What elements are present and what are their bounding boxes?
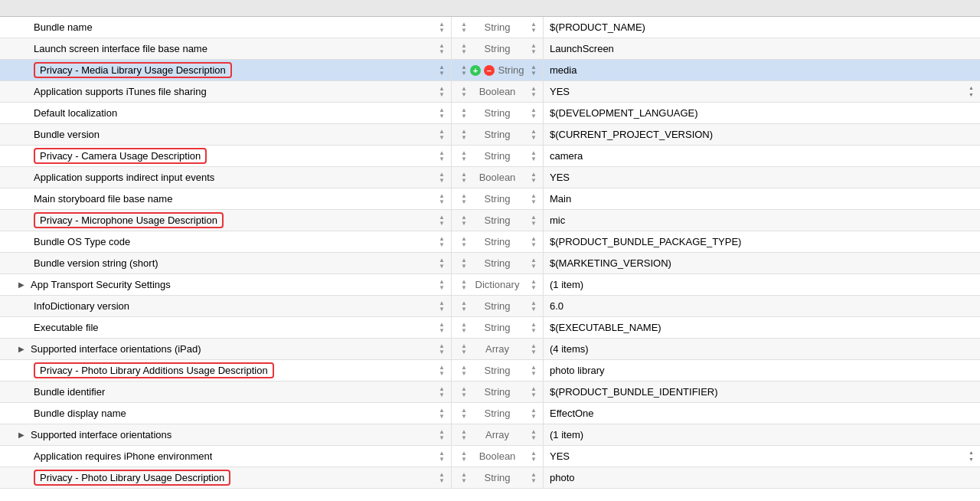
type-sort-stepper[interactable]: ▲▼ [461, 193, 467, 205]
table-row[interactable]: Bundle version string (short)▲▼▲▼String▲… [0, 253, 980, 274]
type-value-stepper[interactable]: ▲▼ [531, 386, 537, 398]
table-row[interactable]: Application requires iPhone environment▲… [0, 446, 980, 467]
key-stepper[interactable]: ▲▼ [439, 279, 445, 291]
type-sort-stepper[interactable]: ▲▼ [461, 279, 467, 291]
type-sort-stepper[interactable]: ▲▼ [461, 172, 467, 184]
type-value-stepper[interactable]: ▲▼ [531, 322, 537, 334]
key-stepper[interactable]: ▲▼ [439, 150, 445, 162]
key-stepper[interactable]: ▲▼ [439, 236, 445, 248]
type-value-stepper[interactable]: ▲▼ [531, 408, 537, 420]
type-sort-stepper[interactable]: ▲▼ [461, 86, 467, 98]
type-value-stepper[interactable]: ▲▼ [531, 150, 537, 162]
type-sort-stepper[interactable]: ▲▼ [461, 43, 467, 55]
value-cell: camera [544, 146, 980, 166]
key-stepper[interactable]: ▲▼ [439, 107, 445, 120]
type-sort-stepper[interactable]: ▲▼ [461, 214, 467, 227]
type-sort-stepper[interactable]: ▲▼ [461, 21, 467, 34]
table-row[interactable]: Privacy - Microphone Usage Description▲▼… [0, 210, 980, 231]
type-value-stepper[interactable]: ▲▼ [531, 43, 537, 55]
type-value-stepper[interactable]: ▲▼ [531, 172, 537, 184]
type-sort-stepper[interactable]: ▲▼ [461, 129, 467, 141]
type-value-stepper[interactable]: ▲▼ [531, 21, 537, 34]
key-stepper[interactable]: ▲▼ [439, 386, 445, 398]
type-sort-stepper[interactable]: ▲▼ [461, 429, 467, 441]
table-row[interactable]: Launch screen interface file base name▲▼… [0, 38, 980, 60]
type-value-stepper[interactable]: ▲▼ [531, 365, 537, 377]
key-stepper[interactable]: ▲▼ [439, 300, 445, 313]
type-value-stepper[interactable]: ▲▼ [531, 343, 537, 355]
table-row[interactable]: InfoDictionary version▲▼▲▼String▲▼6.0 [0, 296, 980, 317]
type-value-stepper[interactable]: ▲▼ [531, 450, 537, 463]
type-sort-stepper[interactable]: ▲▼ [461, 300, 467, 313]
table-row[interactable]: Main storyboard file base name▲▼▲▼String… [0, 188, 980, 210]
type-value-stepper[interactable]: ▲▼ [531, 107, 537, 120]
type-sort-stepper[interactable]: ▲▼ [461, 472, 467, 484]
key-stepper[interactable]: ▲▼ [439, 472, 445, 484]
type-sort-stepper[interactable]: ▲▼ [461, 386, 467, 398]
table-row[interactable]: Application supports indirect input even… [0, 167, 980, 188]
table-row[interactable]: Bundle OS Type code▲▼▲▼String▲▼$(PRODUCT… [0, 231, 980, 253]
table-row[interactable]: Privacy - Photo Library Usage Descriptio… [0, 467, 980, 489]
chevron-icon[interactable]: ▶ [18, 345, 24, 353]
table-row[interactable]: Executable file▲▼▲▼String▲▼$(EXECUTABLE_… [0, 317, 980, 339]
key-stepper[interactable]: ▲▼ [439, 129, 445, 141]
table-row[interactable]: Privacy - Media Library Usage Descriptio… [0, 60, 980, 81]
type-value-stepper[interactable]: ▲▼ [531, 429, 537, 441]
key-stepper[interactable]: ▲▼ [439, 429, 445, 441]
key-stepper[interactable]: ▲▼ [439, 86, 445, 98]
type-sort-stepper[interactable]: ▲▼ [461, 450, 467, 463]
chevron-icon[interactable]: ▶ [18, 280, 24, 289]
key-stepper[interactable]: ▲▼ [439, 365, 445, 377]
type-sort-stepper[interactable]: ▲▼ [461, 150, 467, 162]
type-value-stepper[interactable]: ▲▼ [531, 129, 537, 141]
value-boolean-stepper[interactable]: ▲▼ [969, 85, 974, 98]
key-stepper[interactable]: ▲▼ [439, 408, 445, 420]
table-row[interactable]: Privacy - Camera Usage Description▲▼▲▼St… [0, 146, 980, 167]
key-stepper[interactable]: ▲▼ [439, 43, 445, 55]
remove-row-button[interactable]: – [484, 65, 495, 76]
key-stepper[interactable]: ▲▼ [439, 21, 445, 34]
value-text: $(CURRENT_PROJECT_VERSION) [550, 129, 713, 140]
chevron-icon[interactable]: ▶ [18, 431, 24, 439]
type-value-stepper[interactable]: ▲▼ [531, 193, 537, 205]
type-sort-stepper[interactable]: ▲▼ [461, 107, 467, 120]
value-boolean-stepper[interactable]: ▲▼ [969, 450, 974, 463]
type-value-stepper[interactable]: ▲▼ [531, 300, 537, 313]
key-stepper[interactable]: ▲▼ [439, 257, 445, 270]
add-row-button[interactable]: + [470, 65, 481, 76]
table-row[interactable]: Privacy - Photo Library Additions Usage … [0, 360, 980, 381]
table-row[interactable]: Bundle display name▲▼▲▼String▲▼EffectOne [0, 403, 980, 424]
value-text: (1 item) [550, 429, 583, 440]
table-row[interactable]: ▶App Transport Security Settings▲▼▲▼Dict… [0, 274, 980, 296]
key-stepper[interactable]: ▲▼ [439, 193, 445, 205]
table-row[interactable]: ▶Supported interface orientations (iPad)… [0, 339, 980, 360]
table-row[interactable]: Default localization▲▼▲▼String▲▼$(DEVELO… [0, 103, 980, 124]
type-sort-stepper[interactable]: ▲▼ [461, 408, 467, 420]
type-sort-stepper[interactable]: ▲▼ [461, 322, 467, 334]
table-row[interactable]: Bundle name▲▼▲▼String▲▼$(PRODUCT_NAME) [0, 17, 980, 38]
key-stepper[interactable]: ▲▼ [439, 450, 445, 463]
table-row[interactable]: Application supports iTunes file sharing… [0, 81, 980, 103]
key-stepper[interactable]: ▲▼ [439, 343, 445, 355]
key-stepper[interactable]: ▲▼ [439, 322, 445, 334]
type-sort-stepper[interactable]: ▲▼ [461, 365, 467, 377]
table-row[interactable]: Bundle identifier▲▼▲▼String▲▼$(PRODUCT_B… [0, 381, 980, 403]
table-row[interactable]: Bundle version▲▼▲▼String▲▼$(CURRENT_PROJ… [0, 124, 980, 146]
type-value-stepper[interactable]: ▲▼ [531, 214, 537, 227]
type-sort-stepper[interactable]: ▲▼ [461, 343, 467, 355]
type-value-stepper[interactable]: ▲▼ [531, 86, 537, 98]
type-sort-stepper[interactable]: ▲▼ [461, 257, 467, 270]
key-cell: Bundle OS Type code▲▼ [0, 231, 452, 252]
type-value-stepper[interactable]: ▲▼ [531, 257, 537, 270]
type-cell: ▲▼String▲▼ [452, 188, 544, 209]
type-value-stepper[interactable]: ▲▼ [531, 472, 537, 484]
type-sort-stepper[interactable]: ▲▼ [461, 236, 467, 248]
key-stepper[interactable]: ▲▼ [439, 64, 445, 77]
table-row[interactable]: ▶Supported interface orientations▲▼▲▼Arr… [0, 424, 980, 446]
key-stepper[interactable]: ▲▼ [439, 172, 445, 184]
type-value-stepper[interactable]: ▲▼ [531, 279, 537, 291]
type-value-stepper[interactable]: ▲▼ [531, 236, 537, 248]
key-stepper[interactable]: ▲▼ [439, 214, 445, 227]
type-sort-stepper[interactable]: ▲▼ [461, 64, 467, 77]
type-value-stepper[interactable]: ▲▼ [531, 64, 537, 77]
